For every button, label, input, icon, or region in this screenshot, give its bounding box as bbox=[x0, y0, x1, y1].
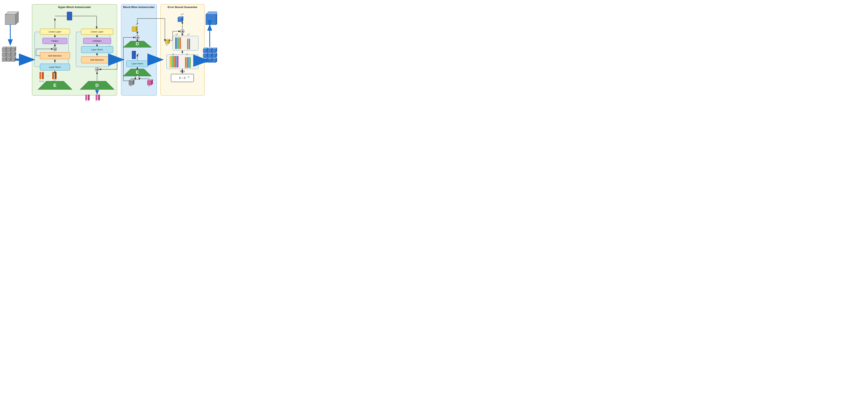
svg-marker-199 bbox=[208, 53, 213, 54]
svg-marker-212 bbox=[216, 58, 217, 62]
svg-marker-208 bbox=[208, 58, 213, 59]
svg-marker-2 bbox=[16, 12, 19, 25]
svg-marker-11 bbox=[11, 47, 16, 48]
section-block-wise: Block-Wise Autoencoder bbox=[121, 4, 157, 96]
svg-text:y₂: y₂ bbox=[88, 100, 90, 102]
svg-marker-29 bbox=[11, 57, 16, 58]
svg-marker-1 bbox=[5, 12, 19, 14]
svg-marker-20 bbox=[11, 52, 16, 53]
block-wise-title: Block-Wise Autoencoder bbox=[121, 5, 156, 9]
svg-rect-4 bbox=[2, 48, 6, 52]
svg-rect-189 bbox=[208, 49, 211, 53]
error-bound-title: Error Bound Guarantee bbox=[161, 5, 204, 9]
svg-rect-201 bbox=[212, 54, 216, 58]
svg-text:...: ... bbox=[92, 95, 94, 98]
svg-marker-183 bbox=[206, 12, 217, 14]
output-blocks bbox=[203, 48, 217, 62]
svg-marker-15 bbox=[6, 52, 7, 57]
svg-rect-192 bbox=[212, 49, 216, 53]
output-cube bbox=[206, 12, 217, 25]
svg-marker-30 bbox=[15, 57, 16, 61]
svg-marker-18 bbox=[10, 52, 11, 57]
svg-marker-202 bbox=[212, 53, 217, 54]
svg-text:y₁: y₁ bbox=[85, 100, 87, 102]
svg-marker-17 bbox=[7, 52, 11, 53]
svg-marker-206 bbox=[207, 58, 208, 62]
svg-marker-27 bbox=[10, 57, 11, 61]
svg-rect-16 bbox=[7, 53, 10, 57]
section-error-bound: Error Bound Guarantee bbox=[160, 4, 205, 96]
svg-marker-12 bbox=[15, 47, 16, 52]
svg-marker-26 bbox=[7, 57, 11, 58]
svg-marker-184 bbox=[216, 12, 217, 25]
svg-text:yₙ: yₙ bbox=[96, 100, 97, 102]
hyper-block-title: Hyper-Block Autoencoder bbox=[32, 5, 117, 9]
svg-rect-13 bbox=[2, 53, 6, 57]
svg-rect-207 bbox=[208, 59, 211, 62]
svg-marker-191 bbox=[211, 48, 213, 53]
input-blocks bbox=[2, 47, 16, 61]
svg-rect-0 bbox=[5, 14, 16, 25]
svg-text:...: ... bbox=[92, 100, 94, 102]
svg-rect-198 bbox=[208, 54, 211, 58]
svg-marker-14 bbox=[2, 52, 7, 53]
svg-marker-203 bbox=[216, 53, 217, 58]
svg-rect-22 bbox=[2, 58, 6, 61]
svg-marker-21 bbox=[15, 52, 16, 57]
svg-marker-211 bbox=[212, 58, 217, 59]
section-hyper-block: Hyper-Block Autoencoder bbox=[32, 4, 117, 96]
svg-marker-200 bbox=[211, 53, 213, 58]
svg-marker-194 bbox=[216, 48, 217, 53]
svg-rect-19 bbox=[11, 53, 15, 57]
svg-marker-6 bbox=[6, 47, 7, 52]
svg-rect-25 bbox=[7, 58, 10, 61]
svg-rect-7 bbox=[7, 48, 10, 52]
svg-marker-188 bbox=[207, 48, 208, 53]
svg-rect-210 bbox=[212, 59, 216, 62]
svg-marker-24 bbox=[6, 57, 7, 61]
svg-marker-213 bbox=[208, 59, 211, 62]
svg-marker-193 bbox=[212, 48, 217, 49]
svg-marker-23 bbox=[2, 57, 7, 58]
svg-marker-9 bbox=[10, 47, 11, 52]
svg-marker-190 bbox=[208, 48, 213, 49]
svg-rect-28 bbox=[11, 58, 15, 61]
svg-marker-5 bbox=[2, 47, 7, 48]
svg-marker-8 bbox=[7, 47, 11, 48]
input-cube bbox=[5, 12, 19, 25]
main-diagram: Hyper-Block Autoencoder Block-Wise Autoe… bbox=[0, 0, 217, 102]
svg-rect-10 bbox=[11, 48, 15, 52]
svg-marker-197 bbox=[207, 53, 208, 58]
svg-marker-209 bbox=[211, 58, 213, 62]
svg-rect-182 bbox=[206, 14, 216, 25]
